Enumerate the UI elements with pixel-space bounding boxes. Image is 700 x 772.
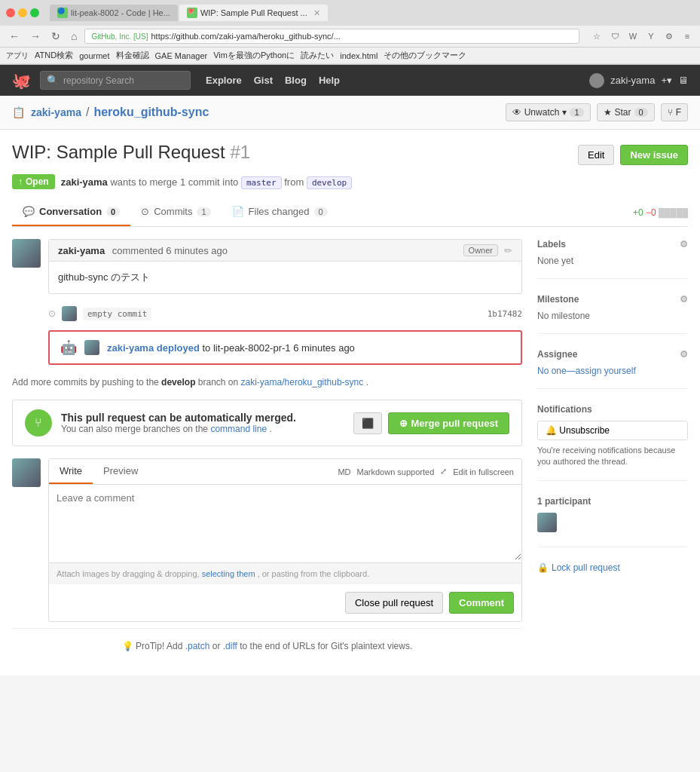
sidebar-labels: Labels ⚙ None yet [537, 239, 688, 279]
fullscreen-button[interactable] [30, 8, 39, 17]
address-secure: GitHub, Inc. [US] [91, 32, 148, 41]
command-line-link[interactable]: command line [210, 424, 267, 434]
repo-owner-link[interactable]: zaki-yama [31, 106, 81, 118]
deploy-actor[interactable]: zaki-yama [107, 342, 154, 354]
comment-author-row: zaki-yama commented 6 minutes ago [58, 245, 228, 256]
pr-author: zaki-yama [61, 176, 108, 188]
settings-icon[interactable]: ⚙ [662, 29, 676, 43]
browser-tab-pr[interactable]: 🐙 WIP: Sample Pull Request ... ✕ [179, 5, 328, 21]
pr-meta: zaki-yama wants to merge 1 commit into m… [61, 176, 353, 188]
nav-help[interactable]: Help [319, 75, 340, 86]
eye-icon: 👁 [512, 107, 521, 118]
star-button[interactable]: ★ Star 0 [597, 103, 655, 121]
fork-button[interactable]: ⑂ F [661, 103, 688, 121]
merge-button[interactable]: ⊕ Merge pull request [388, 412, 509, 434]
terminal-button[interactable]: ⬛ [353, 412, 382, 434]
browser-menu-icon[interactable]: ≡ [680, 29, 694, 43]
merge-buttons: ⬛ ⊕ Merge pull request [353, 412, 509, 434]
watch-count: 1 [570, 108, 583, 117]
edit-comment-icon[interactable]: ✏ [504, 245, 512, 256]
shield-icon[interactable]: 🛡 [608, 29, 622, 43]
base-branch[interactable]: master [241, 176, 282, 189]
forward-button[interactable]: → [27, 29, 44, 44]
bookmark-icon[interactable]: ☆ [590, 29, 604, 43]
browser-tab-code[interactable]: 🔵 lit-peak-8002 - Code | He... [50, 5, 178, 21]
milestone-gear-icon[interactable]: ⚙ [680, 294, 688, 305]
preview-tab[interactable]: Preview [93, 459, 148, 484]
protip-or: or [212, 641, 221, 651]
comment-button[interactable]: Comment [449, 592, 514, 614]
notifications-text: You're receiving notifications because y… [537, 445, 688, 468]
pr-title-buttons: Edit New issue [578, 145, 688, 165]
unsubscribe-button[interactable]: 🔔 Unsubscribe [537, 421, 688, 440]
plugin-w-icon[interactable]: W [626, 29, 640, 43]
files-icon: 📄 [232, 206, 244, 217]
labels-gear-icon[interactable]: ⚙ [680, 239, 688, 250]
tab-favicon-code: 🔵 [57, 8, 68, 18]
comment-textarea[interactable] [49, 485, 521, 560]
tab-commits[interactable]: ⊙ Commits 1 [130, 198, 221, 226]
watch-button[interactable]: 👁 Unwatch ▾ 1 [506, 103, 591, 121]
bookmarks-bar: アプリ ATND検索 gourmet 料金確認 GAE Manager Vimを… [0, 47, 700, 64]
assignee-gear-icon[interactable]: ⚙ [680, 349, 688, 360]
markdown-label: Markdown supported [357, 467, 435, 476]
nav-explore[interactable]: Explore [206, 75, 242, 86]
fullscreen-label[interactable]: Edit in fullscreen [453, 467, 514, 476]
back-button[interactable]: ← [6, 29, 23, 44]
pr-main: zaki-yama commented 6 minutes ago Owner … [12, 239, 522, 663]
patch-link[interactable]: .patch [185, 641, 210, 651]
bookmark-gourmet[interactable]: gourmet [79, 51, 109, 60]
tab-close-icon[interactable]: ✕ [313, 8, 320, 18]
edit-button[interactable]: Edit [578, 145, 614, 165]
comment-footer: Attach images by dragging & dropping, se… [49, 562, 521, 584]
participants-title: 1 participant [537, 496, 688, 507]
nav-blog[interactable]: Blog [285, 75, 307, 86]
status-icon: ↑ [18, 176, 23, 187]
deploy-action-link[interactable]: deployed [157, 342, 200, 354]
diff-link[interactable]: .diff [223, 641, 237, 651]
bookmark-apps[interactable]: アプリ [6, 51, 29, 61]
bookmark-others[interactable]: その他のブックマーク [384, 50, 466, 61]
github-nav-right: zaki-yama +▾ 🖥 [589, 73, 688, 88]
bookmark-gae[interactable]: GAE Manager [155, 51, 208, 60]
head-branch[interactable]: develop [307, 176, 352, 189]
push-repo-link[interactable]: zaki-yama/heroku_github-sync [241, 377, 364, 388]
nav-gist[interactable]: Gist [254, 75, 273, 86]
notifications-title: Notifications [537, 404, 688, 415]
deploy-avatar [84, 340, 99, 355]
write-tab[interactable]: Write [49, 459, 93, 484]
fork-label: F [676, 107, 681, 118]
bookmark-yomitai[interactable]: 読みたい [301, 50, 334, 61]
tab-files-changed[interactable]: 📄 Files changed 0 [222, 198, 338, 226]
commit-avatar [62, 306, 77, 321]
conversation-icon: 💬 [23, 206, 35, 217]
reload-button[interactable]: ↻ [48, 29, 63, 44]
assign-yourself-link[interactable]: No one—assign yourself [537, 366, 636, 376]
lock-pr-link[interactable]: 🔒 Lock pull request [537, 562, 688, 573]
home-button[interactable]: ⌂ [68, 29, 80, 44]
tab-label-pr: WIP: Sample Pull Request ... [200, 8, 307, 17]
github-search-box[interactable]: 🔍 repository Search [40, 71, 191, 90]
bookmark-atnd[interactable]: ATND検索 [35, 50, 73, 61]
push-text-before: Add more commits by pushing to the [12, 377, 159, 388]
close-button[interactable] [6, 8, 15, 17]
plugin-y-icon[interactable]: Y [644, 29, 658, 43]
diff-bar: █████ [659, 208, 688, 217]
commit-hash[interactable]: 1b17482 [488, 309, 522, 319]
nav-icons: ☆ 🛡 W Y ⚙ ≡ [590, 29, 694, 43]
merge-button-label: Merge pull request [411, 418, 498, 429]
github-logo[interactable]: 🐙 [12, 72, 31, 90]
attach-link[interactable]: selecting them [202, 569, 255, 578]
bookmark-index[interactable]: index.html [340, 51, 378, 60]
plus-icon[interactable]: +▾ [661, 75, 672, 86]
close-pr-button[interactable]: Close pull request [345, 592, 443, 614]
monitor-icon[interactable]: 🖥 [678, 75, 688, 86]
bookmark-ryokin[interactable]: 料金確認 [116, 50, 149, 61]
address-bar[interactable]: GitHub, Inc. [US] https://github.com/zak… [84, 29, 579, 44]
bookmark-vim[interactable]: Vimを最強のPythonに [213, 50, 295, 61]
repo-name-link[interactable]: heroku_github-sync [93, 106, 209, 119]
tab-conversation[interactable]: 💬 Conversation 0 [12, 198, 130, 226]
commit-line: ⊙ empty commit 1b17482 [12, 306, 522, 321]
minimize-button[interactable] [18, 8, 27, 17]
new-issue-button[interactable]: New issue [620, 145, 688, 165]
